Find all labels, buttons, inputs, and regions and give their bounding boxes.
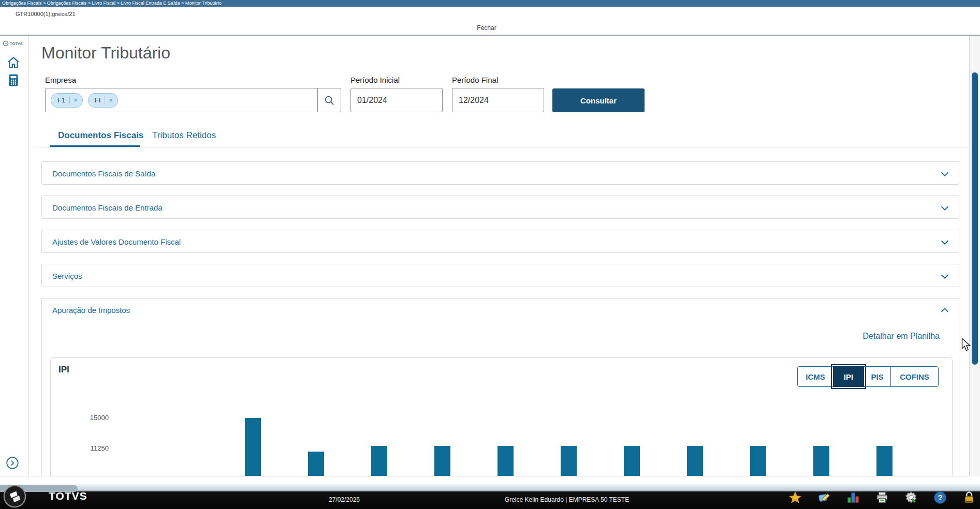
periodo-inicial-label: Período Inicial (350, 76, 400, 84)
taskbar-date: 27/02/2025 (313, 496, 375, 503)
close-window-button[interactable]: Fechar (445, 24, 528, 32)
periodo-final-field[interactable]: 12/2024 (452, 88, 544, 112)
chart-bar (308, 452, 324, 476)
window-divider (0, 35, 980, 36)
chart-bar (498, 446, 514, 476)
empresa-tag-label: F1 (51, 96, 69, 104)
taskbar-user-info: Greice Kelin Eduardo | EMPRESA 50 TESTE (474, 496, 660, 503)
scrollbar-thumb[interactable] (972, 72, 978, 365)
empresa-input[interactable]: F1×FI× (45, 88, 341, 112)
empresa-label: Empresa (45, 76, 76, 84)
periodo-final-label: Período Final (452, 76, 498, 84)
page-title: Monitor Tributário (41, 43, 170, 63)
tag-remove-icon[interactable]: × (105, 96, 118, 104)
window-title-breadcrumb: Obrigações Fiscais > Obrigações Fiscais … (0, 0, 980, 7)
panel-title: Ajustes de Valores Documento Fiscal (52, 237, 181, 246)
tab-documentos-fiscais[interactable]: Documentos Fiscais (58, 130, 143, 141)
favorites-star-icon[interactable] (788, 491, 802, 504)
empresa-tag-list: F1×FI× (51, 93, 317, 108)
active-tab-underline (50, 145, 140, 147)
tax-toggle-group: ICMSIPIPISCOFINS (797, 366, 939, 387)
detalhar-em-planilha-link[interactable]: Detalhar em Planilha (784, 332, 940, 341)
content-bottom-border (0, 476, 969, 476)
search-icon (324, 95, 335, 106)
chart-bar (750, 446, 766, 476)
y-tick-label: 15000 (77, 414, 109, 422)
consultar-button[interactable]: Consultar (552, 88, 645, 112)
periodo-inicial-value: 01/2024 (357, 96, 387, 105)
panel-toggle-button[interactable] (939, 202, 950, 214)
panel-title: Documentos Fiscais de Saída (52, 169, 155, 178)
chart-bar (876, 446, 893, 476)
chart-bar (813, 446, 829, 476)
empresa-tag[interactable]: F1× (51, 93, 83, 108)
empresa-search-button[interactable] (317, 88, 341, 112)
sidebar-expand-button[interactable] (6, 456, 19, 470)
lock-icon[interactable] (962, 491, 976, 504)
chart-bar (434, 446, 450, 476)
chart-bar (624, 446, 640, 476)
panel-title: Documentos Fiscais de Entrada (52, 203, 163, 212)
chart-bar (561, 446, 577, 476)
printer-icon[interactable] (875, 491, 889, 504)
panel-documentos-fiscais-de-saída[interactable]: Documentos Fiscais de Saída (41, 161, 959, 185)
tax-button-pis[interactable]: PIS (864, 366, 891, 387)
chart-bar (245, 418, 261, 476)
empresa-tag[interactable]: FI× (88, 93, 118, 108)
tax-button-cofins[interactable]: COFINS (890, 366, 939, 387)
panel-toggle-button[interactable] (939, 168, 950, 179)
chart-title: IPI (58, 365, 69, 375)
empresa-tag-label: FI (89, 96, 105, 104)
panel-title: Serviços (52, 272, 82, 280)
chart-bar (687, 446, 703, 476)
panel-serviços[interactable]: Serviços (41, 264, 959, 287)
totvs-taskbar-logo (3, 485, 26, 508)
tax-button-ipi[interactable]: IPI (833, 366, 864, 387)
home-icon (7, 56, 20, 69)
chevron-up-icon (939, 305, 950, 316)
program-tab[interactable]: GTR10000(1):greice/21 (16, 11, 76, 17)
y-tick-label: 11250 (77, 444, 109, 452)
tag-remove-icon[interactable]: × (69, 96, 82, 104)
sidebar: TOTVS (0, 36, 28, 476)
chevron-down-icon (939, 168, 950, 179)
panel-toggle-button[interactable] (939, 305, 950, 316)
panel-toggle-button[interactable] (939, 271, 950, 282)
totvs-mini-label: TOTVS (10, 41, 23, 46)
chart-3d-icon[interactable] (846, 491, 860, 504)
help-icon[interactable]: ? (933, 491, 947, 504)
system-tray: ? (788, 491, 976, 504)
taskbar: TOTVS 27/02/2025 Greice Kelin Eduardo | … (0, 484, 980, 509)
taskbar-brand: TOTVS (49, 490, 87, 502)
tax-button-icms[interactable]: ICMS (797, 366, 833, 387)
panel-ajustes-de-valores-documento-fiscal[interactable]: Ajustes de Valores Documento Fiscal (41, 230, 959, 253)
sidebar-item-home[interactable] (7, 56, 20, 69)
totvs-ring-icon (3, 40, 9, 47)
periodo-inicial-field[interactable]: 01/2024 (350, 88, 443, 112)
sidebar-item-calculator[interactable] (7, 73, 20, 87)
periodo-final-value: 12/2024 (459, 96, 489, 105)
settings-gear-icon[interactable] (904, 491, 918, 504)
chevron-right-circle-icon (6, 456, 19, 470)
totvs-mini-logo: TOTVS (3, 40, 26, 47)
chart-bar (371, 446, 387, 476)
svg-text:?: ? (938, 493, 942, 502)
calculator-icon (7, 73, 20, 87)
panel-title: Apuração de Impostos (52, 306, 130, 315)
tab-tributos-retidos[interactable]: Tributos Retidos (152, 130, 216, 141)
panel-toggle-button[interactable] (939, 236, 950, 248)
chevron-down-icon (939, 236, 950, 248)
chevron-down-icon (939, 202, 950, 214)
tabs-baseline (34, 147, 969, 147)
chevron-down-icon (939, 271, 950, 282)
edit-note-icon[interactable] (817, 491, 831, 504)
panel-documentos-fiscais-de-entrada[interactable]: Documentos Fiscais de Entrada (41, 196, 959, 219)
